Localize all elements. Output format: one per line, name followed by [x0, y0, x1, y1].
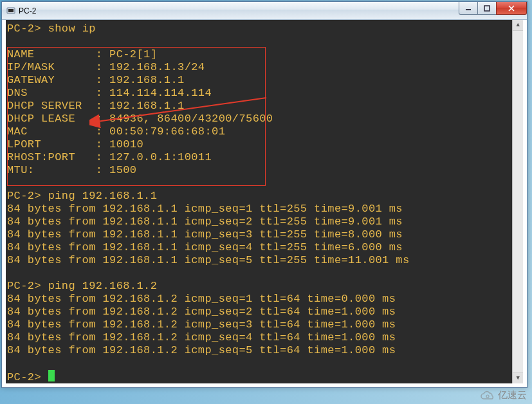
ping-output-1: 84 bytes from 192.168.1.1 icmp_seq=1 ttl…	[7, 203, 522, 267]
scroll-up-icon[interactable]: ▲	[513, 20, 523, 31]
ping-line: 84 bytes from 192.168.1.1 icmp_seq=2 ttl…	[7, 216, 522, 228]
ping-line: 84 bytes from 192.168.1.1 icmp_seq=1 ttl…	[7, 203, 522, 216]
command: ping 192.168.1.2	[48, 280, 158, 292]
window-title: PC-2	[19, 6, 36, 15]
svg-rect-3	[484, 6, 490, 11]
window-controls	[459, 2, 527, 15]
scrollbar[interactable]: ▲ ▼	[512, 20, 523, 383]
watermark: 亿速云	[479, 389, 527, 401]
svg-point-6	[486, 395, 489, 398]
app-window: PC-2 PC-2> show ip NAME : PC-2[1]IP/MASK…	[1, 1, 527, 388]
cursor	[48, 370, 55, 381]
info-row: DHCP SERVER : 192.168.1.1	[7, 100, 522, 113]
ping-line: 84 bytes from 192.168.1.1 icmp_seq=4 ttl…	[7, 241, 522, 254]
svg-rect-1	[8, 9, 14, 12]
ping-line: 84 bytes from 192.168.1.2 icmp_seq=5 ttl…	[7, 344, 522, 357]
svg-rect-2	[466, 9, 471, 10]
prompt: PC-2>	[7, 280, 41, 292]
ping-line: 84 bytes from 192.168.1.2 icmp_seq=2 ttl…	[7, 306, 522, 318]
info-row: MAC : 00:50:79:66:68:01	[7, 125, 522, 138]
close-button[interactable]	[496, 2, 527, 15]
prompt: PC-2>	[7, 371, 41, 383]
titlebar[interactable]: PC-2	[2, 2, 527, 20]
info-row: DHCP LEASE : 84936, 86400/43200/75600	[7, 113, 522, 125]
app-icon	[6, 6, 16, 16]
ping-line: 84 bytes from 192.168.1.1 icmp_seq=5 ttl…	[7, 254, 522, 267]
ping-output-2: 84 bytes from 192.168.1.2 icmp_seq=1 ttl…	[7, 293, 522, 357]
maximize-button[interactable]	[477, 2, 497, 15]
terminal-content: PC-2> show ip NAME : PC-2[1]IP/MASK : 19…	[6, 20, 523, 383]
info-row: LPORT : 10010	[7, 138, 522, 151]
ping-line: 84 bytes from 192.168.1.2 icmp_seq=1 ttl…	[7, 293, 522, 306]
info-row: MTU: : 1500	[7, 164, 522, 177]
ping-line: 84 bytes from 192.168.1.2 icmp_seq=4 ttl…	[7, 331, 522, 344]
watermark-text: 亿速云	[498, 389, 527, 401]
ping-line: 84 bytes from 192.168.1.1 icmp_seq=3 ttl…	[7, 228, 522, 241]
info-row: RHOST:PORT : 127.0.0.1:10011	[7, 151, 522, 164]
ping-line: 84 bytes from 192.168.1.2 icmp_seq=3 ttl…	[7, 318, 522, 331]
ip-info-block: NAME : PC-2[1]IP/MASK : 192.168.1.3/24GA…	[7, 48, 522, 177]
minimize-button[interactable]	[459, 2, 478, 15]
info-row: GATEWAY : 192.168.1.1	[7, 74, 522, 87]
cloud-icon	[479, 390, 497, 401]
info-row: NAME : PC-2[1]	[7, 48, 522, 61]
info-row: DNS : 114.114.114.114	[7, 87, 522, 100]
terminal[interactable]: PC-2> show ip NAME : PC-2[1]IP/MASK : 19…	[6, 20, 523, 383]
info-row: IP/MASK : 192.168.1.3/24	[7, 61, 522, 74]
command: ping 192.168.1.1	[48, 190, 158, 202]
command: show ip	[48, 23, 96, 35]
prompt: PC-2>	[7, 190, 41, 202]
scroll-down-icon[interactable]: ▼	[513, 372, 523, 383]
prompt: PC-2>	[7, 23, 41, 35]
